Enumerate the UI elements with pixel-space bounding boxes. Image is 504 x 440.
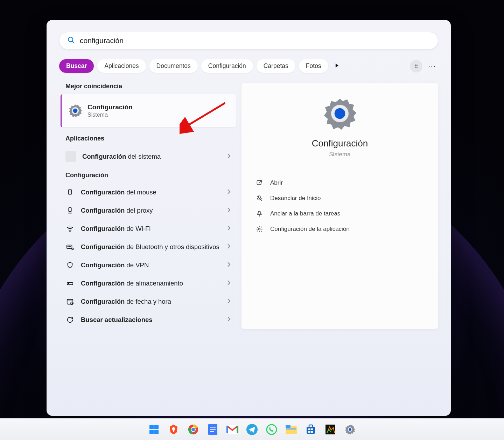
taskbar-settings-icon[interactable] [344,424,356,435]
taskbar-chrome-icon[interactable] [187,424,199,435]
result-row-6[interactable]: Configuración de fecha y hora [59,293,236,311]
taskbar-whatsapp-icon[interactable] [266,424,278,435]
unpin-icon [255,195,263,202]
detail-title: Configuración [252,138,428,149]
row-label: Configuración de fecha y hora [81,297,220,306]
apps-heading: Aplicaciones [65,135,236,142]
svg-rect-51 [311,428,313,430]
svg-rect-29 [149,425,154,429]
action-unpin[interactable]: Desanclar de Inicio [252,191,428,206]
row-label: Configuración de almacenamiento [81,279,220,288]
svg-line-21 [72,303,73,304]
row-label: Configuración de Wi-Fi [81,225,220,233]
chevron-right-icon [227,280,231,287]
filter-fotos[interactable]: Fotos [299,59,328,73]
svg-rect-47 [286,428,296,429]
chevron-right-icon [227,243,231,250]
svg-rect-41 [226,426,228,433]
action-pin[interactable]: Anclar a la barra de tareas [252,206,428,221]
search-input[interactable] [80,36,430,45]
svg-point-10 [70,231,70,232]
taskbar-explorer-icon[interactable] [285,424,297,435]
chevron-right-icon [227,207,231,214]
more-filters-icon[interactable] [335,63,340,69]
row-label: Configuración de Bluetooth y otros dispo… [81,243,220,251]
taskbar-docs-icon[interactable] [207,424,219,435]
action-gear[interactable]: Configuración de la aplicación [252,221,428,237]
wifi-icon [65,225,75,233]
svg-point-14 [72,248,74,250]
result-row-5[interactable]: Configuración de almacenamiento [59,274,236,293]
svg-rect-50 [308,428,310,430]
svg-rect-7 [69,208,71,212]
search-icon [67,36,75,45]
svg-rect-52 [308,431,310,433]
filter-carpetas[interactable]: Carpetas [257,59,295,73]
chevron-right-icon [227,316,231,323]
row-label: Configuración del sistema [82,152,220,161]
svg-rect-32 [154,430,159,434]
taskbar-gmail-icon[interactable] [226,424,238,435]
gear-icon [255,226,263,233]
filter-buscar[interactable]: Buscar [59,59,94,73]
filter-documentos[interactable]: Documentos [149,59,198,73]
open-icon [255,179,263,186]
row-label: Configuración de VPN [81,261,220,269]
svg-rect-13 [69,246,70,247]
svg-rect-39 [210,431,214,432]
shield-icon [65,261,75,269]
result-row-4[interactable]: Configuración de VPN [59,256,236,274]
action-open[interactable]: Abrir [252,175,428,191]
content-area: Mejor coincidencia Configuración Sistema [59,83,438,329]
svg-point-3 [73,109,78,113]
taskbar-brave-icon[interactable] [168,424,180,435]
results-column: Mejor coincidencia Configuración Sistema [59,83,236,329]
result-configuracion-del-sistema[interactable]: Configuración del sistema [59,146,236,167]
svg-point-35 [191,427,195,431]
chevron-right-icon [227,225,231,232]
svg-rect-53 [311,431,313,433]
taskbar-telegram-icon[interactable] [246,424,258,435]
result-row-2[interactable]: Configuración de Wi-Fi [59,220,236,238]
row-label: Configuración del proxy [81,206,220,215]
chevron-right-icon [227,262,231,269]
svg-rect-42 [237,426,238,433]
result-row-0[interactable]: Configuración del mouse [59,183,236,201]
chevron-right-icon [227,189,231,196]
more-menu-icon[interactable]: ··· [426,61,438,71]
svg-rect-15 [67,283,73,285]
row-label: Buscar actualizaciones [81,316,220,324]
svg-point-44 [267,425,276,434]
drive-icon [65,280,75,287]
bt-icon [65,243,75,251]
svg-point-16 [68,283,69,284]
config-heading: Configuración [65,172,236,179]
svg-rect-46 [286,425,290,428]
result-row-7[interactable]: Buscar actualizaciones [59,311,236,329]
svg-rect-24 [257,180,261,185]
action-label: Configuración de la aplicación [270,226,350,233]
taskbar-app-icon[interactable] [324,424,336,435]
best-match-heading: Mejor coincidencia [65,83,236,90]
best-match-title: Configuración [88,103,133,111]
svg-rect-38 [210,429,216,430]
taskbar [0,418,504,440]
settings-gear-large-icon [323,97,357,130]
best-match-subtitle: Sistema [88,112,133,118]
result-row-1[interactable]: Configuración del proxy [59,201,236,220]
best-match-item[interactable]: Configuración Sistema [61,94,236,127]
svg-rect-49 [309,425,313,427]
user-avatar[interactable]: E [410,60,422,73]
filter-row: Buscar Aplicaciones Documentos Configura… [59,59,438,73]
mouse-icon [65,188,75,196]
svg-rect-12 [68,246,69,247]
proxy-icon [65,207,75,214]
refresh-icon [65,316,75,324]
taskbar-store-icon[interactable] [305,424,317,435]
filter-aplicaciones[interactable]: Aplicaciones [97,59,146,73]
details-panel: Configuración Sistema AbrirDesanclar de … [241,83,438,329]
taskbar-windows-icon[interactable] [148,424,160,435]
search-bar[interactable] [59,32,438,49]
filter-configuracion[interactable]: Configuración [201,59,253,73]
result-row-3[interactable]: Configuración de Bluetooth y otros dispo… [59,238,236,256]
